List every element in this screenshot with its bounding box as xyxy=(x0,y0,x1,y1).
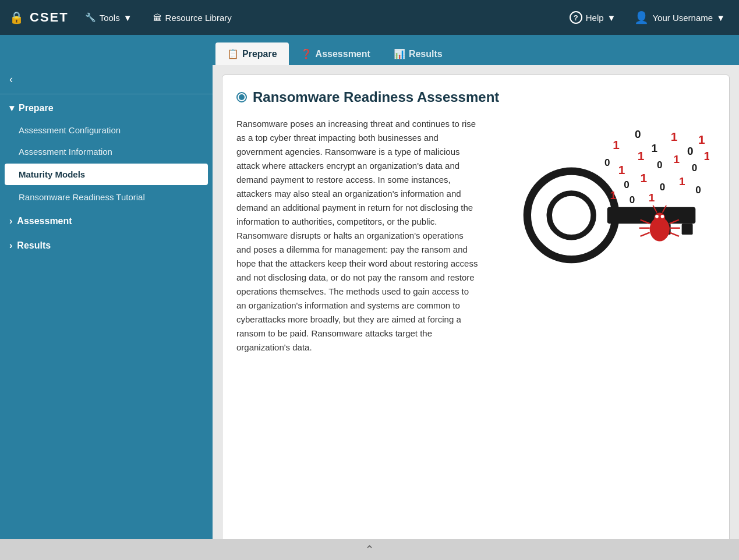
results-icon: 📊 xyxy=(394,48,405,59)
sidebar-item-assessment-config[interactable]: Assessment Configuration xyxy=(0,119,213,141)
tab-results[interactable]: 📊 Results xyxy=(382,42,454,65)
svg-text:0: 0 xyxy=(624,179,629,190)
svg-point-1 xyxy=(549,193,593,238)
tab-assessment[interactable]: ❓ Assessment xyxy=(289,42,382,65)
collapse-button[interactable]: ⌃ xyxy=(365,543,374,556)
svg-text:1: 1 xyxy=(652,142,658,154)
tab-bar: 📋 Prepare ❓ Assessment 📊 Results xyxy=(0,35,739,65)
resource-library-label: Resource Library xyxy=(165,13,232,23)
username-label: Your Username xyxy=(652,13,713,23)
sidebar-results-header[interactable]: › Results xyxy=(0,232,213,257)
help-icon: ? xyxy=(570,11,582,24)
svg-text:0: 0 xyxy=(687,145,694,157)
sidebar-results-label: Results xyxy=(17,240,51,251)
help-label: Help xyxy=(586,13,604,23)
library-icon: 🏛 xyxy=(153,13,162,23)
ransomware-illustration: 1 0 1 1 0 1 0 1 1 0 1 0 1 0 1 xyxy=(500,117,709,292)
svg-text:0: 0 xyxy=(635,128,641,140)
sidebar-back-button[interactable]: ‹ xyxy=(0,65,213,94)
assessment-icon: ❓ xyxy=(300,48,312,59)
svg-text:1: 1 xyxy=(641,171,648,185)
content-area: Ransomware Readiness Assessment Ransomwa… xyxy=(213,65,739,539)
svg-text:1: 1 xyxy=(610,189,616,201)
svg-text:1: 1 xyxy=(649,192,655,204)
tab-prepare[interactable]: 📋 Prepare xyxy=(215,42,289,65)
tools-menu[interactable]: 🔧 Tools ▼ xyxy=(80,10,137,25)
content-card: Ransomware Readiness Assessment Ransomwa… xyxy=(222,75,730,539)
content-illustration: 1 0 1 1 0 1 0 1 1 0 1 0 1 0 1 xyxy=(494,117,715,355)
svg-point-0 xyxy=(527,171,616,260)
logo-text: CSET xyxy=(30,10,69,25)
prepare-icon: 📋 xyxy=(227,48,239,59)
user-chevron-icon: ▼ xyxy=(716,13,725,23)
bottom-bar: ⌃ xyxy=(0,539,739,560)
svg-text:1: 1 xyxy=(704,149,709,162)
sidebar-prepare-label: Prepare xyxy=(19,103,54,114)
sidebar-ransomware-tutorial-label: Ransomware Readiness Tutorial xyxy=(19,192,145,202)
content-title-text: Ransomware Readiness Assessment xyxy=(253,89,499,105)
sidebar-item-ransomware-tutorial[interactable]: Ransomware Readiness Tutorial xyxy=(0,186,213,208)
sidebar-section-prepare: ▾ Prepare Assessment Configuration Asses… xyxy=(0,94,213,208)
content-body: Ransomware poses an increasing threat an… xyxy=(236,117,715,355)
resource-library-button[interactable]: 🏛 Resource Library xyxy=(148,10,236,25)
sidebar-section-assessment: › Assessment xyxy=(0,208,213,232)
help-chevron-icon: ▼ xyxy=(607,13,616,23)
svg-point-6 xyxy=(654,212,665,224)
sidebar-assessment-info-label: Assessment Information xyxy=(19,147,112,157)
user-menu[interactable]: 👤 Your Username ▼ xyxy=(630,8,730,27)
user-icon: 👤 xyxy=(634,10,649,24)
app-logo: 🔒 CSET xyxy=(9,10,69,25)
svg-line-11 xyxy=(641,232,650,236)
tab-assessment-label: Assessment xyxy=(316,49,370,59)
svg-point-8 xyxy=(661,215,664,218)
sidebar-maturity-models-label: Maturity Models xyxy=(19,169,85,179)
sidebar-section-results: › Results xyxy=(0,232,213,257)
svg-text:0: 0 xyxy=(695,185,701,196)
svg-text:1: 1 xyxy=(679,175,685,187)
top-navigation: 🔒 CSET 🔧 Tools ▼ 🏛 Resource Library ? He… xyxy=(0,0,739,35)
sidebar-prepare-header[interactable]: ▾ Prepare xyxy=(0,94,213,119)
tools-chevron-icon: ▼ xyxy=(123,13,132,23)
svg-text:1: 1 xyxy=(618,163,625,176)
svg-text:0: 0 xyxy=(692,162,697,173)
svg-text:1: 1 xyxy=(671,130,678,143)
tab-results-label: Results xyxy=(409,49,443,59)
sidebar-assessment-header[interactable]: › Assessment xyxy=(0,208,213,232)
svg-text:1: 1 xyxy=(613,138,620,151)
results-expand-icon: › xyxy=(9,240,12,251)
sidebar-assessment-config-label: Assessment Configuration xyxy=(19,125,121,135)
svg-text:0: 0 xyxy=(660,182,665,193)
svg-text:0: 0 xyxy=(604,157,610,168)
svg-text:0: 0 xyxy=(657,160,662,171)
radio-button[interactable] xyxy=(236,92,247,102)
svg-rect-4 xyxy=(682,224,693,235)
svg-line-14 xyxy=(670,232,679,236)
help-menu[interactable]: ? Help ▼ xyxy=(565,9,621,26)
svg-point-7 xyxy=(655,215,659,218)
prepare-expand-icon: ▾ xyxy=(9,102,14,114)
main-layout: ‹ ▾ Prepare Assessment Configuration Ass… xyxy=(0,65,739,539)
svg-text:0: 0 xyxy=(630,194,635,205)
svg-text:1: 1 xyxy=(638,149,645,162)
svg-rect-2 xyxy=(607,207,696,224)
lock-icon: 🔒 xyxy=(9,10,25,24)
sidebar: ‹ ▾ Prepare Assessment Configuration Ass… xyxy=(0,65,213,539)
assessment-expand-icon: › xyxy=(9,216,12,226)
sidebar-item-assessment-info[interactable]: Assessment Information xyxy=(0,141,213,162)
back-icon: ‹ xyxy=(9,73,13,86)
sidebar-assessment-label: Assessment xyxy=(17,216,72,226)
sidebar-item-maturity-models[interactable]: Maturity Models xyxy=(5,164,208,185)
svg-text:1: 1 xyxy=(698,133,705,146)
tools-label: Tools xyxy=(100,13,120,23)
content-description: Ransomware poses an increasing threat an… xyxy=(236,117,480,355)
content-title: Ransomware Readiness Assessment xyxy=(236,89,715,105)
svg-text:1: 1 xyxy=(673,153,680,165)
tab-prepare-label: Prepare xyxy=(242,49,277,59)
tools-icon: 🔧 xyxy=(85,12,96,23)
